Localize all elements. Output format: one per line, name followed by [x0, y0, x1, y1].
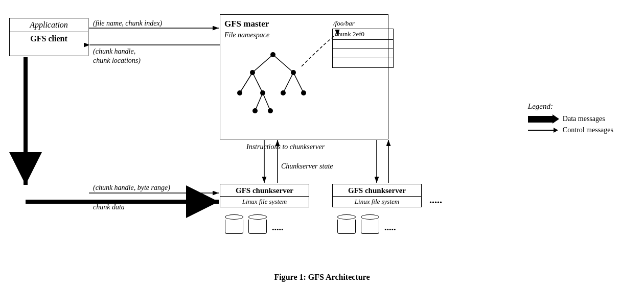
svg-line-15: [240, 73, 252, 93]
svg-line-13: [252, 55, 273, 73]
svg-line-20: [263, 93, 270, 111]
figure-caption: Figure 1: GFS Architecture: [0, 273, 644, 282]
svg-point-28: [252, 108, 258, 113]
label-file-name-chunk-index: (file name, chunk index): [93, 19, 162, 28]
cylinder-2b: [361, 214, 379, 234]
foobar-row-2: [333, 49, 393, 58]
dots-more-chunkservers: .....: [429, 194, 442, 206]
foobar-chunk-label: chunk 2ef0: [333, 29, 393, 40]
gfs-chunkserver-1: GFS chunkserver Linux file system: [220, 184, 309, 207]
svg-line-14: [273, 55, 293, 73]
legend-box: Legend: Data messages Control messages: [528, 102, 613, 137]
foobar-inner: chunk 2ef0: [332, 29, 394, 68]
svg-line-19: [255, 93, 263, 111]
svg-line-16: [252, 73, 263, 93]
gfs-chunkserver-2: GFS chunkserver Linux file system: [332, 184, 422, 207]
cylinder-group-1: [225, 214, 267, 234]
label-chunk-handle-byte-range: (chunk handle, byte range): [93, 184, 170, 192]
label-chunk-handle-locations: (chunk handle,chunk locations): [93, 47, 141, 65]
foobar-row-1: [333, 40, 393, 49]
foobar-row-3: [333, 58, 393, 67]
svg-line-17: [283, 73, 293, 93]
svg-line-18: [293, 73, 304, 93]
chunkserver1-subtitle: Linux file system: [220, 196, 309, 207]
label-chunkserver-state: Chunkserver state: [281, 162, 333, 171]
gfs-client-label: GFS client: [10, 32, 88, 43]
svg-point-26: [281, 90, 286, 95]
chunkserver2-title: GFS chunkserver: [333, 184, 421, 196]
svg-point-24: [237, 90, 242, 95]
legend-data-messages-item: Data messages: [528, 115, 613, 123]
svg-point-21: [270, 52, 275, 57]
legend-title: Legend:: [528, 102, 613, 111]
cylinder-1b: [248, 214, 267, 234]
chunkserver2-subtitle: Linux file system: [333, 196, 421, 207]
app-gfs-client-box: Application GFS client: [9, 18, 88, 56]
foobar-box: /foo/bar chunk 2ef0: [332, 19, 394, 68]
dots-chunkserver2: .....: [384, 222, 396, 233]
cylinder-1a: [225, 214, 243, 234]
legend-thin-arrow: [528, 130, 554, 131]
legend-data-messages-label: Data messages: [563, 115, 605, 123]
label-chunk-data: chunk data: [93, 203, 125, 211]
diagram-container: Application GFS client (file name, chunk…: [0, 0, 644, 289]
legend-control-messages-item: Control messages: [528, 126, 613, 134]
cylinder-2a: [337, 214, 356, 234]
legend-thick-arrow: [528, 116, 554, 123]
chunkserver1-title: GFS chunkserver: [220, 184, 309, 196]
label-instructions: Instructions to chunkserver: [246, 143, 325, 151]
svg-point-25: [260, 90, 265, 95]
foobar-path-label: /foo/bar: [332, 19, 394, 28]
svg-point-27: [301, 90, 306, 95]
svg-point-22: [250, 70, 255, 75]
svg-point-23: [291, 70, 296, 75]
svg-point-29: [268, 108, 273, 113]
dots-chunkserver1: .....: [272, 222, 284, 233]
cylinder-group-2: [337, 214, 379, 234]
tree-diagram: [224, 44, 321, 126]
legend-control-messages-label: Control messages: [563, 126, 613, 134]
application-label: Application: [30, 20, 68, 30]
